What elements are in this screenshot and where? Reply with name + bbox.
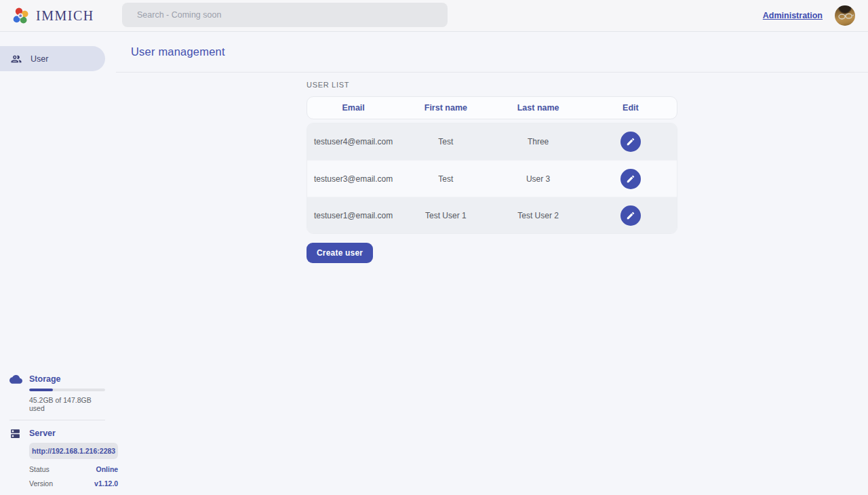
edit-user-button[interactable]: [620, 169, 641, 189]
edit-user-button[interactable]: [620, 132, 641, 152]
col-header-email: Email: [307, 103, 399, 113]
status-value: Online: [96, 465, 118, 473]
server-block: Server http://192.168.1.216:2283 Status …: [9, 427, 105, 488]
create-user-button[interactable]: Create user: [307, 243, 373, 263]
search-input[interactable]: [122, 3, 448, 27]
col-header-first-name: First name: [399, 103, 492, 113]
dns-server-icon: [9, 427, 29, 488]
top-navbar: IMMICH Administration: [0, 0, 868, 32]
cell-email: testuser1@email.com: [307, 211, 399, 220]
page-title: User management: [131, 45, 225, 58]
pencil-icon: [626, 137, 635, 146]
cell-first-name: Test: [399, 137, 492, 146]
server-url-badge: http://192.168.1.216:2283: [29, 443, 118, 459]
server-version-row: Version v1.12.0: [29, 479, 118, 488]
storage-block: Storage 45.2GB of 147.8GB used: [9, 373, 105, 413]
cell-first-name: Test: [399, 174, 492, 184]
table-row: testuser1@email.com Test User 1 Test Use…: [307, 197, 677, 233]
sidebar-divider: [9, 420, 105, 420]
user-avatar[interactable]: [835, 5, 855, 26]
cell-first-name: Test User 1: [399, 211, 492, 220]
title-bar: User management: [116, 32, 868, 73]
cell-email: testuser3@email.com: [307, 174, 399, 184]
table-body: testuser4@email.com Test Three testuser3…: [307, 123, 677, 234]
cell-last-name: Test User 2: [492, 211, 585, 220]
main-area: User management USER LIST Email First na…: [116, 32, 868, 495]
sidebar-item-label: User: [31, 54, 48, 64]
sidebar-bottom: Storage 45.2GB of 147.8GB used Server ht…: [0, 373, 116, 495]
cell-last-name: User 3: [492, 174, 585, 184]
status-label: Status: [29, 465, 50, 473]
sidebar: User Storage 45.2GB of 147.8GB used: [0, 32, 116, 495]
immich-flower-icon: [12, 7, 30, 25]
server-title: Server: [29, 427, 118, 438]
storage-progress-fill: [29, 389, 53, 392]
col-header-last-name: Last name: [492, 103, 585, 113]
table-row: testuser3@email.com Test User 3: [307, 160, 677, 197]
col-header-edit: Edit: [585, 103, 677, 113]
table-row: testuser4@email.com Test Three: [307, 123, 677, 160]
server-status-row: Status Online: [29, 465, 118, 473]
version-value: v1.12.0: [94, 479, 118, 488]
storage-progress-bar: [29, 389, 105, 392]
user-list-label: USER LIST: [307, 81, 868, 89]
content: USER LIST Email First name Last name Edi…: [116, 73, 868, 263]
cloud-icon: [9, 373, 29, 413]
table-header-row: Email First name Last name Edit: [307, 96, 677, 119]
group-icon: [10, 53, 22, 65]
cell-last-name: Three: [492, 137, 585, 146]
avatar-photo-glasses: [835, 5, 855, 26]
immich-logo[interactable]: IMMICH: [12, 7, 94, 25]
user-table: Email First name Last name Edit testuser…: [307, 96, 677, 234]
edit-user-button[interactable]: [620, 205, 641, 226]
pencil-icon: [626, 174, 635, 184]
sidebar-item-users[interactable]: User: [0, 46, 105, 71]
administration-link[interactable]: Administration: [763, 11, 823, 20]
logo-text: IMMICH: [36, 8, 94, 24]
storage-title: Storage: [29, 373, 105, 384]
cell-email: testuser4@email.com: [307, 137, 399, 146]
pencil-icon: [626, 211, 635, 220]
storage-usage-text: 45.2GB of 147.8GB used: [29, 396, 105, 412]
version-label: Version: [29, 479, 53, 488]
